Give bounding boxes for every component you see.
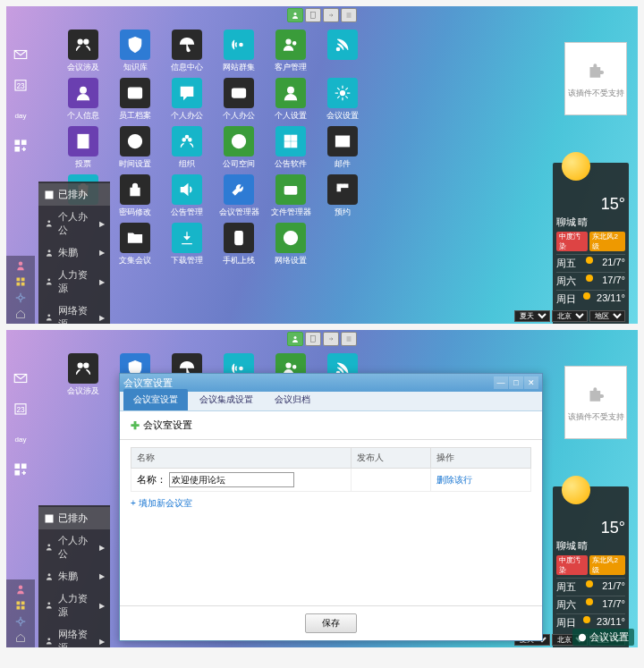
save-button[interactable]: 保存 [305, 613, 357, 633]
topbar-arrow-button[interactable] [323, 8, 339, 22]
svg-rect-23 [233, 89, 246, 97]
weather-sel-3[interactable]: 地区 [589, 310, 625, 322]
menu-item-个人办公[interactable]: 个人办公▶ [38, 529, 110, 565]
sidebar-apps-icon[interactable] [12, 461, 30, 478]
topbar-menu-button[interactable] [341, 332, 357, 346]
menu-item-网络资源[interactable]: 网络资源▶ [38, 623, 110, 647]
room-name-input[interactable] [169, 472, 294, 487]
app-mail[interactable]: 邮件 [318, 126, 368, 171]
app-person2[interactable]: 个人设置 [266, 78, 316, 123]
svg-point-8 [19, 262, 23, 266]
sidebar-apps-icon[interactable] [12, 137, 30, 155]
svg-rect-43 [337, 188, 340, 190]
app-vote[interactable]: 投票 [58, 126, 108, 171]
svg-rect-32 [284, 135, 290, 140]
app-shield[interactable]: 知识库 [110, 30, 160, 74]
sidebar-mail-icon[interactable] [12, 369, 30, 387]
topbar-user-button[interactable] [287, 8, 303, 22]
max-button[interactable]: □ [509, 376, 523, 389]
app-folder[interactable]: 文集会议 [110, 223, 160, 267]
sb-person-icon[interactable] [14, 583, 27, 596]
menu-item-个人办公[interactable]: 个人办公▶ [38, 206, 110, 241]
chat-icon [172, 78, 202, 108]
svg-rect-1 [311, 13, 316, 19]
topbar-arrow-button[interactable] [323, 332, 339, 346]
app-rss[interactable] [318, 30, 368, 74]
left-sidebar: 23 day [6, 40, 35, 155]
app-xbox[interactable]: 网络设置 [266, 223, 316, 267]
app-person[interactable]: 个人信息 [58, 78, 108, 123]
sidebar-day-icon[interactable]: day [12, 106, 30, 124]
app-people[interactable]: 会议涉及 [58, 30, 108, 74]
menu-item-人力资源[interactable]: 人力资源▶ [38, 588, 110, 623]
app-label: 公司空间 [223, 158, 255, 170]
app-label: 员工档案 [119, 110, 151, 122]
status-item[interactable]: 会议设置 [572, 629, 634, 646]
grid3-icon [327, 174, 358, 205]
svg-rect-9 [17, 278, 21, 282]
puzzle-icon [584, 383, 607, 406]
app-umbrella[interactable]: 信息中心 [162, 30, 212, 74]
app-chat[interactable]: 个人办公 [162, 78, 212, 123]
app-phone[interactable]: 手机上线 [214, 223, 264, 267]
sb-gear-icon[interactable] [14, 615, 27, 628]
sb-home-icon[interactable] [14, 308, 27, 320]
app-lock[interactable]: 密码修改 [110, 174, 160, 219]
sidebar-day-icon[interactable]: day [12, 430, 30, 448]
plugin-text: 该插件不受支持 [568, 88, 624, 99]
svg-point-16 [240, 43, 242, 46]
app-team[interactable]: 组织 [162, 126, 212, 171]
app-broadcast[interactable]: 网站群集 [214, 30, 264, 74]
app-label: 密码修改 [119, 207, 151, 218]
menu-item-人力资源[interactable]: 人力资源▶ [38, 264, 110, 300]
app-grid3[interactable]: 预约 [318, 174, 368, 219]
app-people[interactable]: 会议涉及 [58, 353, 108, 398]
sidebar-bottom [6, 256, 35, 324]
tab-会议归档[interactable]: 会议归档 [265, 389, 320, 410]
topbar-user-button[interactable] [287, 332, 303, 346]
menu-header[interactable]: 已排办 [38, 507, 110, 529]
min-button[interactable]: — [494, 376, 508, 389]
sb-home-icon[interactable] [14, 631, 27, 644]
app-group[interactable]: 客户管理 [266, 30, 316, 74]
menu-item-朱鹏[interactable]: 朱鹏▶ [38, 565, 110, 588]
app-card[interactable]: 个人办公 [214, 78, 264, 123]
menu-item-朱鹏[interactable]: 朱鹏▶ [38, 241, 110, 264]
close-button[interactable]: ✕ [524, 376, 538, 389]
app-grid2[interactable]: 公告软件 [266, 126, 316, 171]
sidebar-calendar-icon[interactable]: 23 [12, 400, 30, 418]
sb-person-icon[interactable] [14, 259, 27, 272]
add-room-link[interactable]: + 填加新会议室 [131, 498, 192, 508]
tab-会议集成设置[interactable]: 会议集成设置 [190, 389, 263, 410]
app-speaker[interactable]: 公告管理 [162, 174, 212, 219]
sb-grid-icon[interactable] [14, 275, 27, 288]
app-label: 会议管理器 [219, 207, 259, 218]
app-id[interactable]: 员工档案 [110, 78, 160, 123]
app-label: 网站群集 [223, 62, 255, 73]
topbar-menu-button[interactable] [341, 8, 357, 22]
topbar-page-button[interactable] [305, 8, 321, 22]
top-toolbar [287, 8, 357, 22]
app-clock[interactable]: 时间设置 [110, 126, 160, 171]
tab-会议室设置[interactable]: 会议室设置 [123, 389, 188, 410]
app-down[interactable]: 下载管理 [162, 223, 212, 267]
menu-header[interactable]: 已排办 [38, 183, 110, 206]
svg-text:23: 23 [16, 82, 25, 90]
app-wrench[interactable]: 会议管理器 [214, 174, 264, 219]
shield-icon [120, 30, 150, 60]
app-drive[interactable]: 文件管理器 [266, 174, 316, 219]
weather-sel-2[interactable]: 北京 [552, 310, 588, 322]
weather-sel-1[interactable]: 夏天 [514, 310, 550, 322]
svg-rect-10 [21, 278, 25, 282]
topbar-page-button[interactable] [305, 332, 321, 346]
app-xbox[interactable]: 公司空间 [214, 126, 264, 171]
app-label: 时间设置 [119, 158, 151, 170]
sb-grid-icon[interactable] [14, 599, 27, 612]
sb-gear-icon[interactable] [14, 292, 27, 304]
app-gear[interactable]: 会议设置 [318, 78, 368, 123]
menu-item-网络资源[interactable]: 网络资源▶ [38, 300, 110, 324]
weather-location: 聊城 晴 [556, 216, 625, 229]
sidebar-calendar-icon[interactable]: 23 [12, 76, 30, 94]
sidebar-mail-icon[interactable] [12, 46, 30, 63]
delete-link[interactable]: 删除该行 [436, 475, 472, 485]
